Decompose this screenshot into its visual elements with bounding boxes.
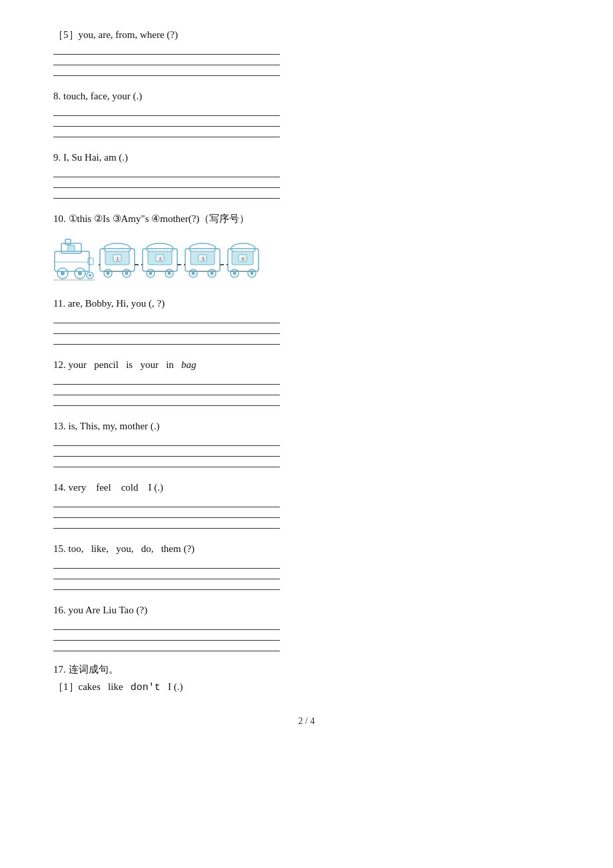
question-15: 15. too, like, you, do, them (?) — [53, 541, 560, 590]
question-13: 13. is, This, my, mother (.) — [53, 418, 560, 467]
answer-line — [53, 67, 280, 76]
answer-line — [53, 437, 280, 446]
question-14: 14. very feel cold I (.) — [53, 479, 560, 529]
question-12: 12. your pencil is your in bag — [53, 357, 560, 406]
answer-line — [53, 375, 280, 385]
question-10-text: 10. ①this ②Is ③Amy"s ④mother(?)（写序号） — [53, 211, 560, 227]
svg-point-55 — [251, 272, 254, 275]
svg-point-30 — [149, 272, 153, 275]
answer-line — [53, 631, 280, 641]
question-11-lines — [53, 314, 560, 345]
question-14-lines — [53, 498, 560, 529]
svg-rect-3 — [88, 258, 93, 265]
answer-line — [53, 559, 280, 569]
svg-point-32 — [168, 272, 171, 275]
answer-line — [53, 56, 280, 65]
question-5-lines — [53, 45, 560, 76]
answer-line — [53, 570, 280, 579]
answer-line — [53, 325, 280, 334]
question-9-lines — [53, 168, 560, 199]
svg-point-18 — [107, 272, 110, 275]
answer-line — [53, 498, 280, 507]
question-15-text: 15. too, like, you, do, them (?) — [53, 541, 560, 557]
question-17: 17. 连词成句。 ［1］cakes like don't I (.) — [53, 663, 560, 696]
text-dont: don't — [131, 682, 161, 693]
question-16-text: 16. you Are Liu Tao (?) — [53, 602, 560, 618]
question-11-text: 11. are, Bobby, Hi, you (, ?) — [53, 295, 560, 311]
answer-line — [53, 335, 280, 345]
answer-line — [53, 509, 280, 518]
question-16: 16. you Are Liu Tao (?) — [53, 602, 560, 651]
answer-line — [53, 45, 280, 55]
answer-line — [53, 128, 280, 137]
answer-line — [53, 519, 280, 529]
question-8-text: 8. touch, face, your (.) — [53, 88, 560, 104]
question-17-sub: ［1］cakes like don't I (.) — [53, 679, 560, 696]
answer-line — [53, 117, 280, 127]
answer-line — [53, 642, 280, 651]
svg-text:②: ② — [158, 256, 163, 262]
answer-line — [53, 189, 280, 199]
answer-line — [53, 386, 280, 395]
answer-line — [53, 179, 280, 188]
question-8-lines — [53, 107, 560, 137]
question-11: 11. are, Bobby, Hi, you (, ?) — [53, 295, 560, 345]
train-illustration: ① ② — [53, 233, 560, 283]
svg-rect-2 — [65, 239, 71, 245]
svg-text:①: ① — [115, 256, 120, 262]
question-16-lines — [53, 621, 560, 651]
svg-rect-11 — [68, 245, 75, 251]
answer-line — [53, 447, 280, 457]
question-8: 8. touch, face, your (.) — [53, 88, 560, 137]
question-15-lines — [53, 559, 560, 590]
svg-text:④: ④ — [241, 256, 245, 262]
answer-line — [53, 458, 280, 467]
question-9: 9. I, Su Hai, am (.) — [53, 149, 560, 199]
question-5-text: ［5］you, are, from, where (?) — [53, 27, 560, 43]
question-14-text: 14. very feel cold I (.) — [53, 479, 560, 495]
question-9-text: 9. I, Su Hai, am (.) — [53, 149, 560, 165]
question-17-section: 17. 连词成句。 — [53, 663, 560, 676]
svg-point-53 — [233, 272, 237, 275]
answer-line — [53, 314, 280, 323]
answer-line — [53, 107, 280, 116]
answer-line — [53, 397, 280, 406]
answer-line — [53, 621, 280, 630]
question-5: ［5］you, are, from, where (?) — [53, 27, 560, 76]
page-number: 2 / 4 — [53, 716, 560, 727]
train-svg: ① ② — [53, 233, 260, 283]
answer-line — [53, 581, 280, 590]
svg-point-7 — [78, 271, 82, 275]
question-13-lines — [53, 437, 560, 467]
italic-word: bag — [181, 359, 197, 370]
answer-line — [53, 168, 280, 177]
svg-point-9 — [89, 274, 91, 277]
svg-point-42 — [192, 272, 195, 275]
question-10: 10. ①this ②Is ③Amy"s ④mother(?)（写序号） — [53, 211, 560, 283]
svg-text:③: ③ — [201, 256, 205, 262]
svg-point-20 — [125, 272, 129, 275]
svg-point-5 — [61, 271, 65, 275]
question-12-lines — [53, 375, 560, 406]
svg-point-44 — [211, 272, 214, 275]
question-13-text: 13. is, This, my, mother (.) — [53, 418, 560, 434]
question-12-text: 12. your pencil is your in bag — [53, 357, 560, 373]
